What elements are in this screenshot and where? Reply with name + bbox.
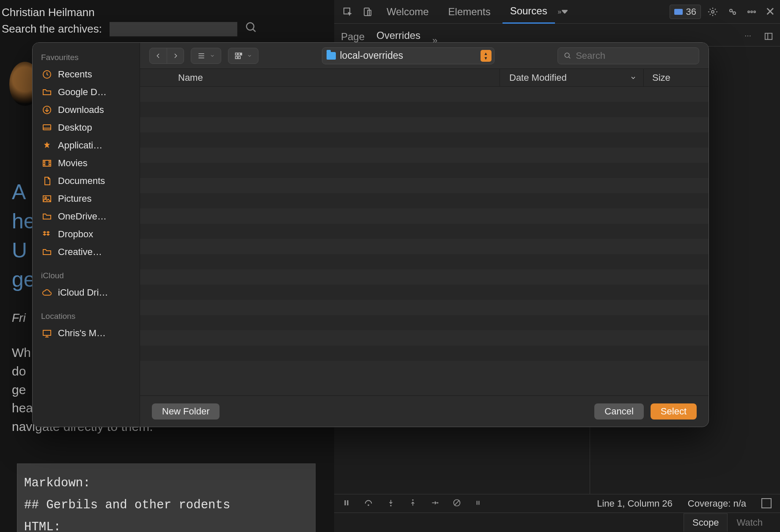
svg-line-39 (569, 57, 570, 58)
archives-label: Search the archives: (2, 22, 102, 36)
select-button[interactable]: Select (651, 403, 697, 420)
step-out-icon[interactable] (409, 499, 417, 509)
clock-icon (42, 69, 52, 80)
list-row[interactable] (140, 346, 709, 361)
view-list-button[interactable] (191, 48, 221, 64)
kebab-icon[interactable]: ⋯ (744, 32, 751, 43)
sidebar-item-icloud-drive[interactable]: iCloud Dri… (33, 284, 140, 302)
tab-welcome[interactable]: Welcome (379, 0, 437, 24)
activity-icon[interactable] (725, 4, 740, 19)
svg-point-18 (437, 502, 438, 503)
column-name[interactable]: Name (140, 72, 500, 83)
list-row[interactable] (140, 224, 709, 239)
sidebar-item-label: Downloads (58, 104, 104, 115)
back-button[interactable] (150, 48, 167, 63)
step-icon[interactable] (431, 499, 439, 509)
inspect-icon[interactable] (340, 4, 355, 19)
list-row[interactable] (140, 117, 709, 132)
pause-on-exceptions-icon[interactable] (475, 499, 481, 508)
sidebar-section-icloud: iCloud (33, 269, 140, 284)
list-row[interactable] (140, 163, 709, 178)
folder-icon (42, 247, 52, 257)
list-row[interactable] (140, 148, 709, 163)
nav-back-forward (149, 48, 184, 64)
svg-point-16 (390, 505, 391, 506)
step-into-icon[interactable] (387, 499, 395, 509)
forward-button[interactable] (167, 48, 184, 63)
sidebar-item-label: Dropbox (58, 229, 93, 240)
tab-scope[interactable]: Scope (684, 513, 728, 532)
list-row[interactable] (140, 330, 709, 346)
sidebar-item-creative[interactable]: Creative… (33, 243, 140, 261)
list-row[interactable] (140, 132, 709, 148)
svg-rect-29 (43, 330, 51, 335)
sidebar-item-documents[interactable]: Documents (33, 172, 140, 190)
list-row[interactable] (140, 87, 709, 102)
current-folder-label: local-overrides (340, 50, 476, 61)
list-row[interactable] (140, 178, 709, 193)
sidebar-item-downloads[interactable]: Downloads (33, 101, 140, 119)
cancel-button[interactable]: Cancel (594, 403, 643, 420)
document-icon (42, 176, 52, 186)
archives-input[interactable] (110, 22, 237, 36)
view-group-button[interactable] (228, 48, 258, 64)
tab-sources[interactable]: Sources (503, 0, 555, 24)
search-icon[interactable] (245, 21, 258, 37)
finder-search[interactable] (558, 47, 699, 64)
list-row[interactable] (140, 269, 709, 285)
list-row[interactable] (140, 254, 709, 269)
svg-point-5 (711, 11, 714, 13)
svg-rect-3 (364, 8, 369, 16)
sidebar-item-recents[interactable]: Recents (33, 66, 140, 83)
sidebar-item-movies[interactable]: Movies (33, 154, 140, 172)
folder-icon (42, 87, 52, 97)
deactivate-breakpoints-icon[interactable] (453, 499, 461, 509)
svg-rect-11 (765, 33, 772, 40)
sidebar-section-favourites: Favourites (33, 50, 140, 66)
device-toggle-icon[interactable] (360, 4, 375, 19)
svg-rect-33 (236, 53, 238, 55)
gear-icon[interactable] (705, 4, 720, 19)
toggle-sidebar-icon[interactable] (761, 498, 772, 508)
list-row[interactable] (140, 239, 709, 254)
svg-rect-36 (236, 56, 238, 58)
column-size[interactable]: Size (643, 69, 709, 86)
sidebar-item-pictures[interactable]: Pictures (33, 190, 140, 208)
kebab-icon[interactable] (744, 4, 759, 19)
finder-search-input[interactable] (576, 50, 693, 61)
sidebar-item-label: Chris's M… (58, 328, 106, 339)
list-row[interactable] (140, 285, 709, 300)
code-block: Markdown: ## Gerbils and other rodents H… (17, 463, 316, 532)
sidebar-item-applications[interactable]: Applicati… (33, 137, 140, 154)
issues-badge[interactable]: 36 (670, 5, 701, 19)
sidebar-item-onedrive[interactable]: OneDrive… (33, 208, 140, 225)
list-row[interactable] (140, 193, 709, 208)
list-row[interactable] (140, 300, 709, 315)
pause-icon[interactable] (343, 499, 350, 508)
tab-elements[interactable]: Elements (441, 0, 498, 24)
sidebar-item-label: Recents (58, 69, 92, 80)
sidebar-item-chris-mac[interactable]: Chris's M… (33, 324, 140, 342)
sidebar-item-dropbox[interactable]: Dropbox (33, 225, 140, 243)
more-tabs-icon[interactable]: » (559, 4, 574, 19)
svg-rect-14 (347, 500, 349, 505)
column-date-modified[interactable]: Date Modified (500, 69, 643, 86)
tab-watch[interactable]: Watch (728, 513, 772, 532)
close-icon[interactable]: ✕ (764, 5, 777, 19)
svg-rect-21 (477, 501, 478, 505)
list-row[interactable] (140, 102, 709, 117)
step-over-icon[interactable] (364, 498, 373, 509)
panel-layout-icon[interactable] (764, 32, 773, 43)
coverage-status: Coverage: n/a (688, 498, 746, 509)
svg-point-17 (412, 499, 413, 500)
computer-icon (42, 328, 52, 338)
list-row[interactable] (140, 315, 709, 330)
desktop-icon (42, 123, 52, 133)
list-row[interactable] (140, 208, 709, 224)
sidebar-item-label: Desktop (58, 122, 92, 133)
current-folder-dropdown[interactable]: local-overrides ▲▼ (322, 47, 494, 64)
sidebar-item-label: OneDrive… (58, 211, 107, 222)
sidebar-item-desktop[interactable]: Desktop (33, 119, 140, 137)
new-folder-button[interactable]: New Folder (152, 403, 220, 420)
sidebar-item-google-drive[interactable]: Google D… (33, 83, 140, 101)
